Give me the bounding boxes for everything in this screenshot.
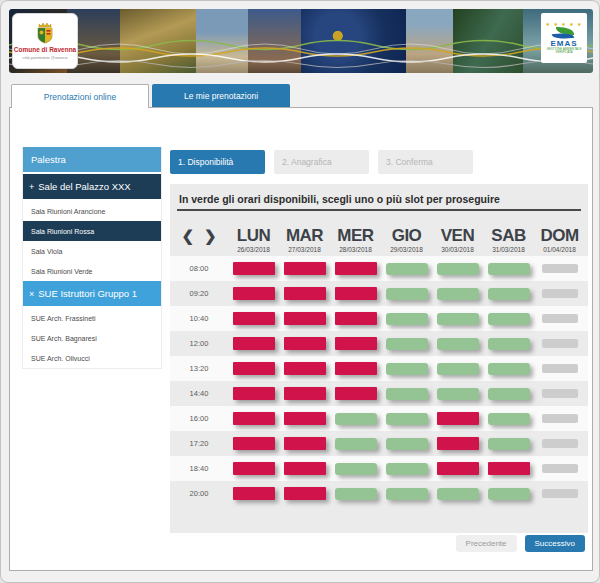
slot-cell [483,313,534,325]
day-column-gio: GIO29/03/2018 [381,227,432,253]
slot-mer-16-00-free[interactable] [335,413,377,425]
slot-cell [279,262,330,275]
slot-lun-12-00-busy [233,337,275,350]
slot-gio-08-00-free[interactable] [386,263,428,275]
step-2-anagrafica[interactable]: 2. Anagrafica [274,150,369,174]
prev-week-icon[interactable]: ❮ [181,229,194,243]
sidebar-item-palestra[interactable]: Palestra [23,147,161,172]
time-label: 08:00 [170,264,228,273]
slot-sab-16-00-free[interactable] [488,413,530,425]
time-label: 18:40 [170,464,228,473]
slot-gio-12-00-free[interactable] [386,338,428,350]
slot-ven-13-20-free[interactable] [437,363,479,375]
sidebar-item-sue-arch-frassineti[interactable]: SUE Arch. Frassineti [23,308,161,328]
slot-gio-14-40-free[interactable] [386,388,428,400]
slot-cell [381,338,432,350]
step-1-disponibilit[interactable]: 1. Disponibilità [170,150,265,174]
slot-mar-16-00-busy [284,412,326,425]
sidebar-item-label: SUE Arch. Frassineti [31,315,96,322]
sidebar-item-label: Sala Riunioni Arancione [31,208,105,215]
slot-mar-17-20-busy [284,437,326,450]
slot-ven-17-20-busy [437,437,479,450]
slot-cell [279,312,330,325]
precedente-button[interactable]: Precedente [456,535,517,552]
availability-panel: In verde gli orari disponibili, scegli u… [170,184,588,533]
slot-mer-18-40-free[interactable] [335,463,377,475]
slot-sab-20-00-free[interactable] [488,488,530,500]
slot-sab-12-00-free[interactable] [488,338,530,350]
sidebar-item-label: Sala Riunioni Verde [31,268,93,275]
week-navigation: ❮ ❯ [170,229,228,253]
slot-dom-20-00-off [542,489,578,498]
slot-row-17-20: 17:20 [170,431,588,456]
slot-sab-13-20-free[interactable] [488,363,530,375]
day-date: 30/03/2018 [441,246,474,253]
time-label: 20:00 [170,489,228,498]
main-container: Palestra+Sale del Palazzo XXXSala Riunio… [9,107,593,571]
slot-cell [381,488,432,500]
slot-mer-17-20-free[interactable] [335,438,377,450]
sidebar-item-label: Sala Viola [31,248,62,255]
slot-cell [279,287,330,300]
slot-mar-10-40-busy [284,312,326,325]
slot-gio-16-00-free[interactable] [386,413,428,425]
sidebar-item-sala-riunioni-rossa[interactable]: Sala Riunioni Rossa [23,221,161,241]
slot-sab-17-20-free[interactable] [488,438,530,450]
slot-dom-12-00-off [542,339,578,348]
slot-cell [534,414,585,423]
sidebar-item-sale-del-palazzo-xxx[interactable]: +Sale del Palazzo XXX [23,174,161,199]
slot-gio-18-40-free[interactable] [386,463,428,475]
slot-cell [483,413,534,425]
sidebar-item-sue-istruttori-gruppo-1[interactable]: ×SUE Istruttori Gruppo 1 [23,281,161,306]
slot-cell [381,363,432,375]
slot-gio-10-40-free[interactable] [386,313,428,325]
sidebar-room-list: Palestra+Sale del Palazzo XXXSala Riunio… [22,147,162,369]
step-3-conferma[interactable]: 3. Conferma [378,150,473,174]
slot-ven-14-40-free[interactable] [437,388,479,400]
day-date: 27/03/2018 [288,246,321,253]
successivo-button[interactable]: Successivo [525,535,585,552]
slot-sab-14-40-free[interactable] [488,388,530,400]
slot-lun-20-00-busy [233,487,275,500]
sidebar-item-sue-arch-olivucci[interactable]: SUE Arch. Olivucci [23,348,161,368]
slot-gio-20-00-free[interactable] [386,488,428,500]
slot-cell [483,488,534,500]
slot-mar-18-40-busy [284,462,326,475]
slot-cell [330,312,381,325]
next-week-icon[interactable]: ❯ [204,229,217,243]
slot-cell [534,489,585,498]
comune-ravenna-logo: Comune di Ravenna città patrimonio @unes… [12,13,78,69]
slot-gio-13-20-free[interactable] [386,363,428,375]
slot-cell [330,488,381,500]
slot-row-08-00: 08:00 [170,256,588,281]
slot-cell [534,289,585,298]
day-column-lun: LUN26/03/2018 [228,227,279,253]
tab-le-mie-prenotazioni[interactable]: Le mie prenotazioni [152,84,290,107]
sidebar-item-sue-arch-bagnaresi[interactable]: SUE Arch. Bagnaresi [23,328,161,348]
slot-ven-20-00-free[interactable] [437,488,479,500]
slot-gio-17-20-free[interactable] [386,438,428,450]
slot-cell [330,337,381,350]
slot-ven-12-00-free[interactable] [437,338,479,350]
time-label: 12:00 [170,339,228,348]
sidebar-item-sala-riunioni-verde[interactable]: Sala Riunioni Verde [23,261,161,281]
sidebar-item-label: SUE Arch. Olivucci [31,355,90,362]
slot-row-14-40: 14:40 [170,381,588,406]
slot-mer-09-20-busy [335,287,377,300]
slot-ven-08-00-free[interactable] [437,263,479,275]
time-label: 16:00 [170,414,228,423]
logo-title: Comune di Ravenna [14,46,76,53]
sidebar-item-sala-viola[interactable]: Sala Viola [23,241,161,261]
slot-sab-09-20-free[interactable] [488,288,530,300]
slot-ven-10-40-free[interactable] [437,313,479,325]
slot-lun-10-40-busy [233,312,275,325]
slot-sab-10-40-free[interactable] [488,313,530,325]
slot-cell [228,362,279,375]
tab-prenotazioni-online[interactable]: Prenotazioni online [11,84,149,108]
slot-gio-09-20-free[interactable] [386,288,428,300]
sidebar-item-sala-riunioni-arancione[interactable]: Sala Riunioni Arancione [23,201,161,221]
slot-mer-20-00-free[interactable] [335,488,377,500]
day-date: 31/03/2018 [492,246,525,253]
slot-ven-09-20-free[interactable] [437,288,479,300]
slot-sab-08-00-free[interactable] [488,263,530,275]
